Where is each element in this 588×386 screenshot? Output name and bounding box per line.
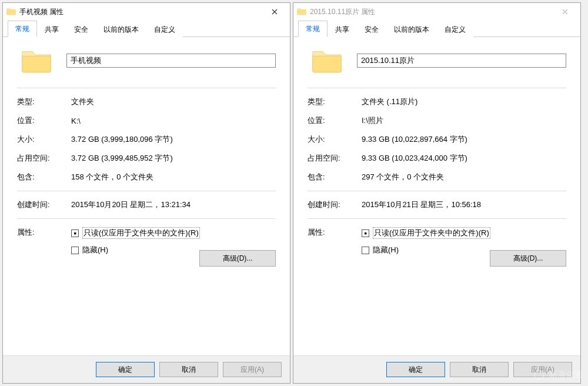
tab-0[interactable]: 常规 [298,21,328,37]
location-value: K:\ [71,117,276,125]
ondisk-value: 9.33 GB (10,023,424,000 字节) [362,153,566,164]
location-label: 位置: [17,115,71,126]
tab-3[interactable]: 以前的版本 [96,21,146,37]
tab-content-general: 类型:文件夹 (.11原片) 位置:I:\照片 大小:9.33 GB (10,0… [293,37,580,355]
readonly-checkbox[interactable] [71,229,79,237]
tab-3[interactable]: 以前的版本 [386,21,437,37]
dialog-footer: 确定 取消 应用(A) [3,355,290,383]
folder-name-input[interactable] [357,54,566,68]
folder-large-icon [311,48,343,74]
close-icon[interactable] [263,4,286,20]
tab-bar: 常规共享安全以前的版本自定义 [293,21,580,37]
type-label: 类型: [17,96,71,107]
folder-icon [6,7,16,16]
ok-button[interactable]: 确定 [96,362,155,377]
ondisk-label: 占用空间: [17,153,71,164]
attr-label: 属性: [17,227,71,238]
folder-large-icon [21,48,52,74]
apply-button[interactable]: 应用(A) [223,362,282,377]
window-title: 2015.10.11原片 属性 [310,7,553,17]
cancel-button[interactable]: 取消 [159,362,218,377]
ok-button[interactable]: 确定 [386,362,445,377]
type-value: 文件夹 (.11原片) [362,96,566,107]
tab-1[interactable]: 共享 [328,21,357,37]
dialog-footer: 确定 取消 应用(A) [293,355,580,383]
tab-0[interactable]: 常规 [8,21,37,37]
created-label: 创建时间: [308,199,362,210]
window-title: 手机视频 属性 [19,7,263,17]
contains-value: 158 个文件，0 个文件夹 [71,172,276,182]
advanced-button[interactable]: 高级(D)... [199,250,276,267]
titlebar[interactable]: 手机视频 属性 [3,3,290,21]
folder-name-input[interactable] [66,54,276,68]
readonly-label: 只读(仅应用于文件夹中的文件)(R) [82,227,200,239]
created-value: 2015年10月21日 星期三，10:56:18 [362,199,566,210]
size-label: 大小: [308,134,362,145]
location-value: I:\照片 [362,115,566,126]
titlebar[interactable]: 2015.10.11原片 属性 [293,3,580,21]
close-icon[interactable] [553,4,577,20]
tab-2[interactable]: 安全 [66,21,96,37]
readonly-checkbox[interactable] [362,229,369,237]
folder-icon [297,7,306,16]
ondisk-value: 3.72 GB (3,999,485,952 字节) [71,153,276,164]
tab-4[interactable]: 自定义 [437,21,473,37]
cancel-button[interactable]: 取消 [450,362,509,377]
hidden-label: 隐藏(H) [373,245,399,255]
type-value: 文件夹 [71,96,276,107]
size-value: 9.33 GB (10,022,897,664 字节) [362,134,566,145]
hidden-checkbox[interactable] [362,247,369,254]
tab-bar: 常规共享安全以前的版本自定义 [3,21,290,37]
location-label: 位置: [308,115,362,126]
tab-2[interactable]: 安全 [357,21,386,37]
apply-button[interactable]: 应用(A) [513,362,572,377]
type-label: 类型: [308,96,362,107]
created-label: 创建时间: [17,199,71,210]
contains-label: 包含: [17,172,71,182]
size-value: 3.72 GB (3,999,180,096 字节) [71,134,276,145]
created-value: 2015年10月20日 星期二，13:21:34 [71,199,276,210]
hidden-checkbox[interactable] [71,247,79,254]
tab-1[interactable]: 共享 [37,21,66,37]
readonly-label: 只读(仅应用于文件夹中的文件)(R) [373,227,490,239]
advanced-button[interactable]: 高级(D)... [490,250,566,267]
contains-value: 297 个文件，0 个文件夹 [362,172,566,182]
contains-label: 包含: [308,172,362,182]
size-label: 大小: [17,134,71,145]
tab-content-general: 类型:文件夹 位置:K:\ 大小:3.72 GB (3,999,180,096 … [3,37,290,355]
properties-dialog-1: 2015.10.11原片 属性 常规共享安全以前的版本自定义 类型:文件夹 (.… [293,2,581,384]
hidden-label: 隐藏(H) [82,245,108,255]
attr-label: 属性: [308,227,362,238]
properties-dialog-0: 手机视频 属性 常规共享安全以前的版本自定义 类型:文件夹 位置:K:\ 大小:… [2,2,290,384]
tab-4[interactable]: 自定义 [146,21,183,37]
ondisk-label: 占用空间: [308,153,362,164]
